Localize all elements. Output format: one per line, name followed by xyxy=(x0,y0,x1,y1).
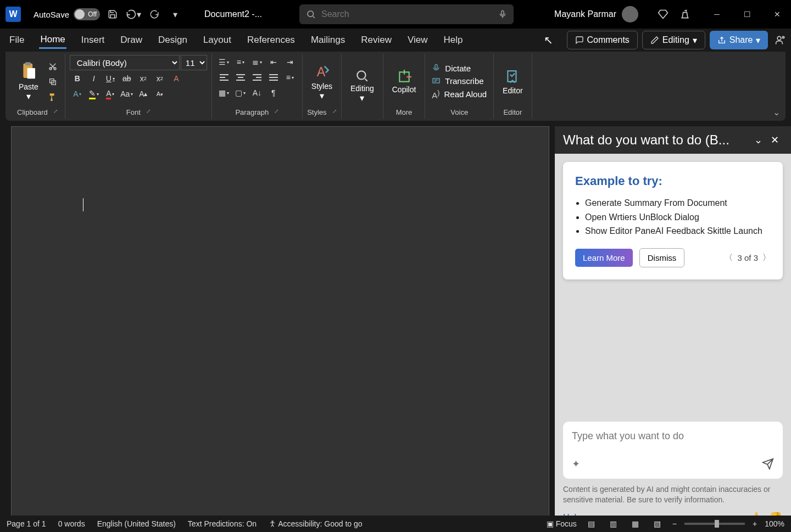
strikethrough-button[interactable]: ab xyxy=(119,71,135,86)
superscript-button[interactable]: x2 xyxy=(152,71,168,86)
people-icon[interactable] xyxy=(772,32,789,48)
justify-button[interactable] xyxy=(266,70,281,85)
web-layout-icon[interactable]: ▦ xyxy=(628,518,643,530)
format-painter-icon[interactable] xyxy=(45,90,60,104)
learn-more-button[interactable]: Learn More xyxy=(575,249,633,267)
clipboard-launcher[interactable]: ⤢ xyxy=(53,108,58,116)
pager-next[interactable]: 〉 xyxy=(762,253,771,263)
tab-file[interactable]: File xyxy=(8,32,25,48)
font-color-button[interactable]: A▾ xyxy=(103,87,118,101)
comments-button[interactable]: Comments xyxy=(567,31,638,49)
zoom-level[interactable]: 100% xyxy=(765,519,784,528)
document-page[interactable] xyxy=(11,126,549,532)
tab-layout[interactable]: Layout xyxy=(202,32,232,48)
send-button[interactable] xyxy=(762,458,774,470)
mic-icon[interactable] xyxy=(498,10,507,19)
styles-button[interactable]: A Styles▾ xyxy=(307,60,337,103)
maximize-button[interactable]: ☐ xyxy=(739,6,755,23)
underline-button[interactable]: U▾ xyxy=(103,71,118,86)
dismiss-button[interactable]: Dismiss xyxy=(639,248,685,267)
editor-button[interactable]: Editor xyxy=(498,66,527,97)
status-accessibility[interactable]: Accessibility: Good to go xyxy=(269,519,362,528)
bold-button[interactable]: B xyxy=(70,71,85,86)
zoom-in-button[interactable]: + xyxy=(753,519,757,528)
user-avatar[interactable] xyxy=(622,6,638,23)
autosave-toggle[interactable]: Off xyxy=(74,8,100,20)
bullets-button[interactable]: ☰▾ xyxy=(216,55,232,69)
sparkle-icon[interactable]: ✦ xyxy=(572,458,580,470)
decrease-indent-button[interactable]: ⇤ xyxy=(266,55,281,69)
tab-mailings[interactable]: Mailings xyxy=(310,32,346,48)
search-box[interactable] xyxy=(299,4,514,24)
tab-references[interactable]: References xyxy=(246,32,296,48)
copilot-button[interactable]: Copilot xyxy=(388,68,421,96)
grow-font-button[interactable]: A▴ xyxy=(136,87,151,101)
share-button[interactable]: Share▾ xyxy=(710,31,768,49)
print-layout-icon[interactable]: ▥ xyxy=(606,518,621,530)
tab-home[interactable]: Home xyxy=(39,32,66,49)
tab-review[interactable]: Review xyxy=(360,32,393,48)
dictate-button[interactable]: Dictate xyxy=(430,63,473,74)
tab-help[interactable]: Help xyxy=(443,32,464,48)
user-name[interactable]: Mayank Parmar xyxy=(554,9,616,19)
pane-collapse-button[interactable]: ⌄ xyxy=(750,132,766,148)
document-name[interactable]: Document2 -... xyxy=(204,9,262,19)
styles-launcher[interactable]: ⤢ xyxy=(332,108,337,116)
editing-button[interactable]: Editing▾ xyxy=(346,66,378,105)
outline-icon[interactable]: ▧ xyxy=(650,518,665,530)
status-language[interactable]: English (United States) xyxy=(97,519,176,528)
show-marks-button[interactable]: ¶ xyxy=(266,86,281,100)
redo-icon[interactable] xyxy=(146,6,163,23)
diamond-icon[interactable] xyxy=(655,6,671,23)
tab-design[interactable]: Design xyxy=(157,32,188,48)
cut-icon[interactable] xyxy=(45,59,60,74)
sort-button[interactable]: A↓ xyxy=(249,86,265,100)
copy-icon[interactable] xyxy=(45,75,60,89)
subscript-button[interactable]: x2 xyxy=(136,71,151,86)
font-name-select[interactable]: Calibri (Body) xyxy=(70,55,180,70)
tab-view[interactable]: View xyxy=(406,32,429,48)
clear-formatting-icon[interactable]: A xyxy=(169,71,184,86)
paste-button[interactable]: Paste ▾ xyxy=(14,59,43,104)
borders-button[interactable]: ▢▾ xyxy=(233,86,248,100)
font-size-select[interactable]: 11 xyxy=(181,55,207,70)
font-launcher[interactable]: ⤢ xyxy=(146,108,151,116)
read-aloud-button[interactable]: A)Read Aloud xyxy=(430,88,489,101)
align-left-button[interactable] xyxy=(216,70,232,85)
line-spacing-button[interactable]: ≡▾ xyxy=(282,70,298,85)
change-case-button[interactable]: Aa▾ xyxy=(119,87,135,101)
increase-indent-button[interactable]: ⇥ xyxy=(282,55,298,69)
prompt-input[interactable] xyxy=(572,430,774,449)
numbering-button[interactable]: ≡▾ xyxy=(233,55,248,69)
pane-close-button[interactable]: ✕ xyxy=(766,132,783,148)
zoom-slider[interactable] xyxy=(684,523,745,525)
pager-prev[interactable]: 〈 xyxy=(725,253,733,263)
search-input[interactable] xyxy=(321,9,498,19)
editing-mode-button[interactable]: Editing▾ xyxy=(642,31,705,49)
status-predictions[interactable]: Text Predictions: On xyxy=(188,519,257,528)
tab-draw[interactable]: Draw xyxy=(119,32,143,48)
shading-button[interactable]: ▦▾ xyxy=(216,86,232,100)
focus-button[interactable]: ▣ Focus xyxy=(547,519,577,528)
save-icon[interactable] xyxy=(104,6,121,23)
align-right-button[interactable] xyxy=(249,70,265,85)
align-center-button[interactable] xyxy=(233,70,248,85)
close-button[interactable]: ✕ xyxy=(769,6,786,23)
collapse-ribbon-button[interactable]: ⌄ xyxy=(773,107,780,117)
undo-icon[interactable]: ▾ xyxy=(125,6,142,23)
multilevel-button[interactable]: ≣▾ xyxy=(249,55,265,69)
coming-soon-icon[interactable] xyxy=(677,6,693,23)
qat-customize-icon[interactable]: ▾ xyxy=(167,6,183,23)
paragraph-launcher[interactable]: ⤢ xyxy=(274,108,278,116)
status-words[interactable]: 0 words xyxy=(58,519,85,528)
text-effects-button[interactable]: A▾ xyxy=(70,87,85,101)
shrink-font-button[interactable]: A▾ xyxy=(152,87,168,101)
zoom-out-button[interactable]: − xyxy=(672,519,677,528)
read-mode-icon[interactable]: ▤ xyxy=(584,518,599,530)
transcribe-button[interactable]: Transcribe xyxy=(430,75,486,87)
highlight-button[interactable]: ✎▾ xyxy=(86,87,102,101)
italic-button[interactable]: I xyxy=(86,71,102,86)
tab-insert[interactable]: Insert xyxy=(80,32,106,48)
minimize-button[interactable]: ─ xyxy=(709,6,725,23)
status-page[interactable]: Page 1 of 1 xyxy=(7,519,46,528)
